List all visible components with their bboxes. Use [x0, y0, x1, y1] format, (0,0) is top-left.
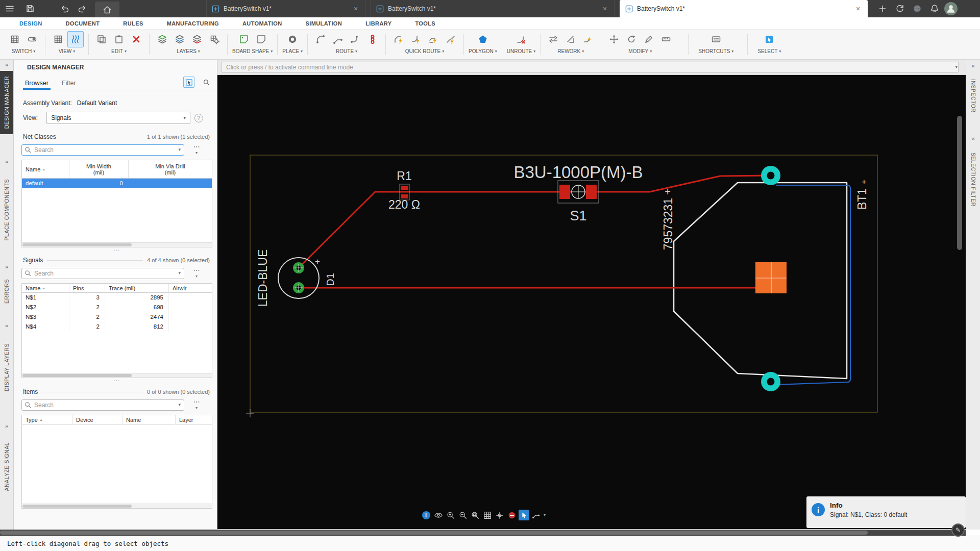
expand-panel-icon[interactable]	[0, 159, 13, 165]
command-line-input[interactable]	[222, 62, 959, 73]
dock-design-manager[interactable]: DESIGN MANAGER	[0, 71, 13, 134]
column-header-airwire[interactable]: Airwir	[169, 284, 212, 293]
scrollbar-thumb[interactable]	[22, 243, 132, 246]
quickroute-batch-icon[interactable]	[425, 31, 442, 47]
expand-panel-icon[interactable]	[0, 423, 13, 429]
quickroute-icon[interactable]	[390, 31, 407, 47]
tab-filter[interactable]: Filter	[60, 80, 78, 90]
items-menu[interactable]	[191, 399, 202, 410]
layer-settings-icon[interactable]	[206, 31, 223, 47]
scrollbar-thumb[interactable]	[0, 531, 868, 535]
scrollbar-thumb[interactable]	[22, 374, 132, 377]
select-mode-icon[interactable]	[183, 77, 194, 88]
zoom-out-icon[interactable]	[457, 510, 468, 520]
net-classes-menu[interactable]	[191, 144, 202, 155]
close-icon[interactable]	[352, 5, 360, 13]
eye-icon[interactable]	[433, 510, 444, 520]
rework-swap-icon[interactable]	[545, 31, 561, 47]
board-outline-icon[interactable]	[236, 31, 252, 47]
layers-top-icon[interactable]	[154, 31, 170, 47]
notifications-bell-icon[interactable]	[927, 3, 942, 15]
menu-simulation[interactable]: SIMULATION	[306, 20, 342, 27]
dock-analyze-signal[interactable]: ANALYZE SIGNAL	[0, 442, 13, 491]
edit-geometry-icon[interactable]	[641, 31, 657, 47]
undo-icon[interactable]	[57, 3, 72, 15]
move-icon[interactable]	[606, 31, 622, 47]
ribbon-label-shortcuts[interactable]: SHORTCUTS	[698, 48, 733, 54]
outline-trace-blue[interactable]	[776, 185, 850, 385]
ribbon-label-switch[interactable]: SWITCH	[12, 48, 35, 54]
document-tab-2[interactable]: BatterySwitch v1*	[371, 0, 615, 17]
column-header-name[interactable]: Name	[22, 284, 69, 293]
menu-manufacturing[interactable]: MANUFACTURING	[167, 20, 219, 27]
ribbon-label-layers[interactable]: LAYERS	[177, 48, 200, 54]
table-row-default[interactable]: default 0	[22, 179, 212, 188]
document-tab-3-active[interactable]: BatterySwitch v1*	[620, 0, 868, 17]
save-icon[interactable]	[22, 3, 38, 15]
expand-panel-icon[interactable]	[0, 62, 13, 68]
sync-icon[interactable]	[892, 3, 908, 15]
user-avatar[interactable]	[944, 2, 958, 15]
crosshair-icon[interactable]	[494, 510, 505, 520]
align-icon[interactable]	[658, 31, 674, 47]
signals-menu[interactable]	[191, 268, 202, 279]
dock-place-components[interactable]: PLACE COMPONENTS	[0, 179, 13, 241]
dock-display-layers[interactable]: DISPLAY LAYERS	[0, 343, 13, 391]
app-menu-icon[interactable]	[2, 3, 17, 15]
chevron-down-icon[interactable]	[544, 513, 546, 517]
delete-icon[interactable]	[128, 31, 144, 47]
ribbon-label-quick-route[interactable]: QUICK ROUTE	[405, 48, 444, 54]
column-header-name[interactable]: Name	[122, 415, 176, 424]
copy-icon[interactable]	[93, 31, 110, 47]
table-row-signal[interactable]: N$4 2 812	[22, 322, 212, 332]
quickroute-settings-icon[interactable]	[443, 31, 459, 47]
menu-design[interactable]: DESIGN	[19, 20, 42, 27]
grid-icon[interactable]	[482, 510, 493, 520]
info-mode-icon[interactable]	[421, 510, 431, 520]
search-dropdown-icon[interactable]	[178, 270, 181, 276]
home-tab[interactable]	[95, 2, 119, 17]
items-search-input[interactable]	[21, 399, 184, 411]
route-push-icon[interactable]	[347, 31, 363, 47]
menu-library[interactable]: LIBRARY	[365, 20, 391, 27]
select-icon[interactable]	[761, 31, 777, 47]
expand-panel-icon[interactable]	[0, 264, 13, 270]
route-vias-icon[interactable]	[364, 31, 381, 47]
dock-errors[interactable]: ERRORS	[0, 279, 13, 304]
paste-icon[interactable]	[111, 31, 127, 47]
zoom-in-icon[interactable]	[445, 510, 456, 520]
switch-grid-icon[interactable]	[7, 31, 23, 47]
board-blank-icon[interactable]	[253, 31, 270, 47]
panel-search-icon[interactable]	[201, 77, 212, 88]
view-select[interactable]: Signals	[46, 112, 190, 124]
table-row-signal[interactable]: N$3 2 2474	[22, 312, 212, 322]
menu-automation[interactable]: AUTOMATION	[242, 20, 282, 27]
scrollbar-thumb[interactable]	[22, 505, 132, 508]
route-manual-icon[interactable]	[312, 31, 329, 47]
ribbon-label-select[interactable]: SELECT	[757, 48, 781, 54]
route-walkaround-icon[interactable]	[330, 31, 346, 47]
column-header-min-width[interactable]: Min Width(mil)	[69, 160, 129, 178]
pcb-canvas[interactable]: B3U-1000P(M)-B R1 220 Ω S1 LED-BLUE D1 +…	[217, 75, 966, 529]
new-tab-icon[interactable]	[875, 3, 890, 15]
rework-auto-icon[interactable]	[580, 31, 596, 47]
ribbon-label-board-shape[interactable]: BOARD SHAPE	[232, 48, 273, 54]
ribbon-label-place[interactable]: PLACE	[282, 48, 303, 54]
layers-bottom-icon[interactable]	[189, 31, 205, 47]
via-icon[interactable]	[284, 31, 301, 47]
column-header-pins[interactable]: Pins	[69, 284, 105, 293]
column-header-layer[interactable]: Layer	[176, 415, 212, 424]
tab-browser[interactable]: Browser	[23, 80, 51, 90]
layers-middle-icon[interactable]	[172, 31, 188, 47]
ribbon-label-polygon[interactable]: POLYGON	[469, 48, 497, 54]
pad-bt1-bottom[interactable]	[761, 372, 780, 391]
ribbon-label-route[interactable]: ROUTE	[336, 48, 357, 54]
quickroute-net-icon[interactable]	[408, 31, 424, 47]
trace-style-icon[interactable]	[531, 510, 542, 520]
pad-bt1-top[interactable]	[761, 166, 780, 185]
menu-rules[interactable]: RULES	[123, 20, 143, 27]
signals-search-input[interactable]	[21, 268, 184, 279]
switch-toggle-icon[interactable]	[24, 31, 40, 47]
menu-tools[interactable]: TOOLS	[415, 20, 435, 27]
stop-icon[interactable]	[506, 510, 517, 520]
